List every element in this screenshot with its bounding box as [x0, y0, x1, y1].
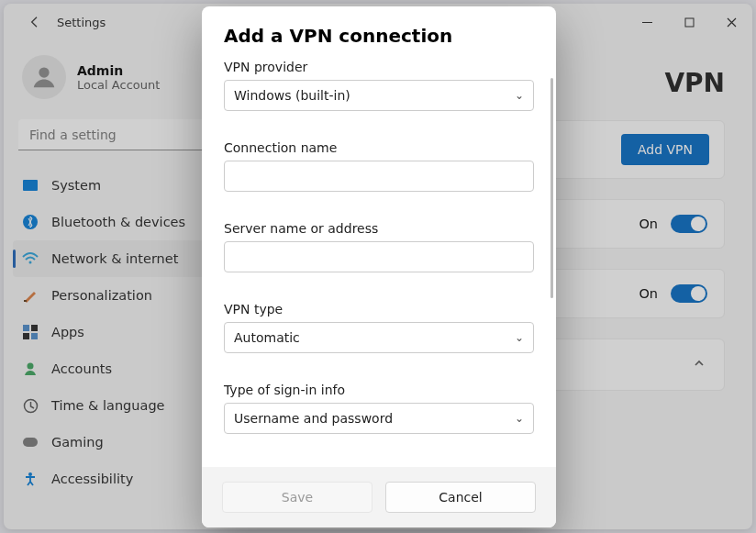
server-address-input[interactable] — [224, 241, 534, 272]
vpn-type-value: Automatic — [234, 330, 300, 345]
modal-title: Add a VPN connection — [224, 25, 534, 47]
connection-name-label: Connection name — [224, 140, 534, 155]
vpn-provider-value: Windows (built-in) — [234, 88, 350, 103]
cancel-button[interactable]: Cancel — [385, 482, 536, 513]
vpn-type-select[interactable]: Automatic ⌄ — [224, 322, 534, 353]
chevron-down-icon: ⌄ — [515, 89, 524, 102]
chevron-down-icon: ⌄ — [515, 412, 524, 425]
connection-name-input[interactable] — [224, 161, 534, 192]
modal-footer: Save Cancel — [202, 467, 556, 527]
modal-body: Add a VPN connection VPN provider Window… — [202, 6, 556, 467]
vpn-provider-label: VPN provider — [224, 60, 534, 74]
vpn-provider-select[interactable]: Windows (built-in) ⌄ — [224, 80, 534, 111]
scrollbar[interactable] — [550, 78, 553, 298]
server-address-label: Server name or address — [224, 221, 534, 236]
signin-type-label: Type of sign-in info — [224, 383, 534, 397]
signin-type-select[interactable]: Username and password ⌄ — [224, 403, 534, 434]
signin-type-value: Username and password — [234, 411, 393, 426]
save-button[interactable]: Save — [222, 482, 372, 513]
chevron-down-icon: ⌄ — [515, 331, 524, 344]
vpn-type-label: VPN type — [224, 302, 534, 316]
add-vpn-modal: Add a VPN connection VPN provider Window… — [202, 6, 556, 527]
